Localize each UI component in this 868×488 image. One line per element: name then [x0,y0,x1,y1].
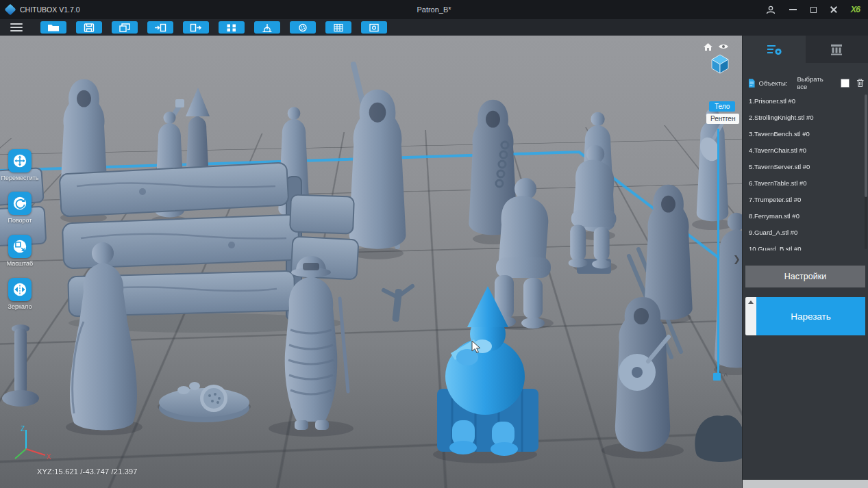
select-all-label: Выбрать все [797,75,834,90]
view-mode-xray-label[interactable]: Рентген [706,114,739,124]
clipping-slider-caret-icon[interactable]: ^ [723,372,728,380]
panel-bottom-strip [743,480,868,488]
user-icon[interactable] [766,5,776,14]
object-list-item[interactable]: 7.Trumpeter.stl #0 [743,192,868,208]
open-file-button[interactable] [40,21,66,34]
app-title: CHITUBOX V1.7.0 [20,5,80,14]
object-list-item[interactable]: 8.Ferryman.stl #0 [743,208,868,224]
import-button[interactable] [147,21,173,34]
titlebar: CHITUBOX V1.7.0 Patron_B* X6 [0,0,868,19]
app-logo-icon [5,4,16,16]
model-staff-monk[interactable] [349,64,406,249]
orientation-cube[interactable] [712,55,728,73]
clipping-slider-track[interactable] [717,129,719,373]
view-mode-body-label[interactable]: Тело [709,101,735,112]
delete-icon[interactable] [856,78,865,88]
clipping-slider-handle[interactable] [713,373,721,381]
rotate-icon[interactable] [8,192,32,215]
cursor-coordinates: XYZ:15.621 /-43.747 /21.397 [37,467,138,476]
clone-button[interactable] [112,21,138,34]
slice-stepper[interactable] [745,297,756,335]
chitubox-window: CHITUBOX V1.7.0 Patron_B* X6 [0,0,868,488]
model-rock[interactable] [695,415,742,462]
tab-supports[interactable] [806,36,868,63]
svg-text:Z: Z [21,425,25,433]
maximize-button[interactable] [810,7,817,13]
model-candlestick[interactable] [2,324,39,407]
gpu-overlay-badge[interactable]: X6 [851,5,860,14]
viewport-3d[interactable] [0,36,742,488]
tool-move[interactable]: Переместить [0,149,40,181]
axis-indicator: Z X [11,423,55,465]
panel-tabs [743,36,868,63]
tool-rotate[interactable]: Поворот [0,192,40,224]
tab-object-settings[interactable] [743,36,806,63]
objects-header: Объекты: Выбрать все [743,75,868,90]
model-lute-player[interactable] [697,108,729,221]
object-list-item[interactable]: 10.Guard_B.stl #0 [743,241,868,251]
select-all-checkbox[interactable] [841,79,850,88]
export-button[interactable] [183,21,209,34]
tool-scale-label: Масштаб [7,260,34,267]
object-list[interactable]: 1.Prisoner.stl #0 2.StrollingKnight.stl … [743,93,868,251]
settings-button[interactable]: Настройки [745,266,865,287]
copy-button[interactable] [219,21,245,34]
punch-hole-button[interactable] [361,21,387,34]
panel-collapse-arrow[interactable]: ❯ [733,254,741,264]
move-icon[interactable] [8,149,32,172]
hollow-button[interactable] [290,21,316,34]
object-list-scrollbar[interactable] [865,94,867,249]
scale-icon[interactable] [8,235,32,258]
document-title: Patron_B* [0,5,868,14]
infill-button[interactable] [325,21,351,34]
mirror-icon[interactable] [8,278,32,301]
model-selected-gnome[interactable] [437,286,538,456]
save-file-button[interactable] [76,21,102,34]
tool-mirror-label: Зеркало [8,303,32,310]
tool-scale[interactable]: Масштаб [0,235,40,267]
home-icon[interactable] [704,43,712,51]
slice-controls: Нарезать [745,297,865,335]
tool-move-label: Переместить [1,175,38,181]
model-tavern-server[interactable] [70,242,137,431]
object-list-item[interactable]: 3.TavernBench.stl #0 [743,126,868,142]
auto-support-button[interactable] [254,21,280,34]
main-toolbar [0,19,868,36]
right-panel: Объекты: Выбрать все 1.Prisoner.stl #0 2… [742,36,868,488]
close-button[interactable] [830,6,837,13]
object-list-item[interactable]: 1.Prisoner.stl #0 [743,93,868,110]
scene-models [0,36,742,488]
tool-mirror[interactable]: Зеркало [0,278,40,310]
eye-icon[interactable] [719,44,728,49]
object-list-item[interactable]: 4.TavernChair.stl #0 [743,142,868,159]
menu-button[interactable] [10,23,23,31]
object-list-item[interactable]: 6.TavernTable.stl #0 [743,175,868,192]
objects-label: Объекты: [759,79,788,87]
svg-text:X: X [47,453,51,461]
stepper-up-icon[interactable] [748,300,754,304]
model-tavern-table[interactable] [159,382,249,422]
object-list-item[interactable]: 2.StrollingKnight.stl #0 [743,110,868,126]
minimize-button[interactable] [789,9,797,10]
model-crossbow[interactable] [384,286,412,322]
document-icon [748,79,756,88]
object-list-item[interactable]: 5.TavernServer.stl #0 [743,159,868,175]
tool-rotate-label: Поворот [8,217,32,224]
mouse-cursor [471,340,481,357]
view-controls[interactable] [702,41,741,79]
slice-button[interactable]: Нарезать [756,297,865,335]
object-list-item[interactable]: 9.Guard_A.stl #0 [743,224,868,241]
